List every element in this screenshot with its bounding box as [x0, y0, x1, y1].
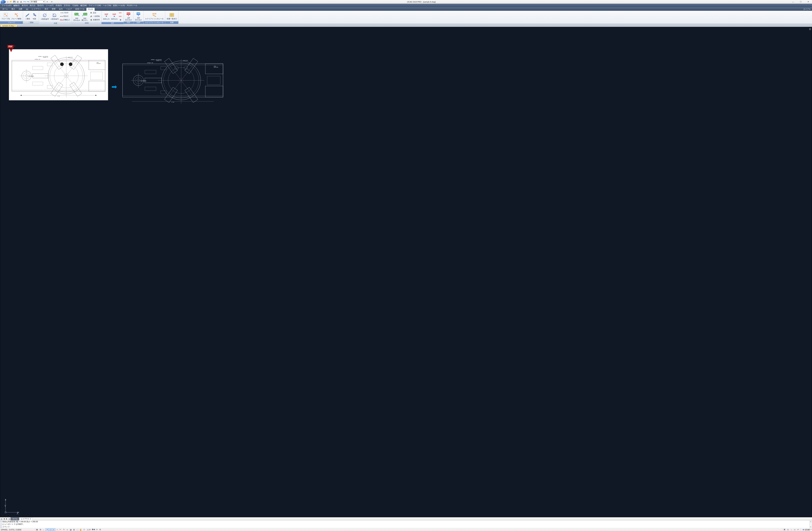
- print-icon[interactable]: 🖶: [19, 0, 23, 3]
- lineweight-toggle[interactable]: ≡: [66, 528, 69, 531]
- layout-tab-layout1[interactable]: レイアウト 1: [19, 517, 33, 520]
- circle2-button[interactable]: ２図形接円: [40, 12, 49, 20]
- tray-overflow-icon[interactable]: ▾: [796, 528, 800, 531]
- tab-layout[interactable]: レイアウト: [30, 7, 43, 11]
- undo-icon[interactable]: ↶▾: [23, 0, 26, 3]
- command-hscroll[interactable]: ◂▸: [2, 528, 812, 530]
- menu-modify[interactable]: 修正(M): [79, 4, 88, 7]
- sxf-set-button[interactable]: ⚙: [118, 18, 122, 21]
- cycle-toggle[interactable]: ↻: [62, 528, 66, 531]
- document-tab[interactable]: sample A.dwg ×: [1, 24, 17, 27]
- viewport-restore-button[interactable]: [809, 28, 811, 30]
- layout-last-button[interactable]: ⏭: [8, 518, 11, 520]
- menu-view[interactable]: 表示(V): [21, 4, 29, 7]
- dist-button[interactable]: Dist距離記入: [59, 18, 71, 21]
- ortho-toggle[interactable]: ∟: [42, 528, 45, 531]
- menu-ext[interactable]: 拡張ツール(X): [112, 4, 126, 7]
- app-icon[interactable]: [1, 0, 6, 3]
- qat-more-icon[interactable]: ≡: [50, 0, 53, 3]
- circle3-button[interactable]: ３図形接円: [50, 12, 59, 20]
- ribbon-type-menu[interactable]: タイプ ▾: [802, 8, 811, 11]
- close-button[interactable]: ✕: [804, 0, 812, 4]
- tab-3d[interactable]: 3D: [24, 8, 30, 11]
- layout-prev-button[interactable]: ◀: [3, 518, 5, 520]
- tab-help[interactable]: ヘルプ: [64, 7, 73, 11]
- menu-file[interactable]: ファイル(F): [1, 4, 12, 7]
- menu-draw[interactable]: 作成(D): [55, 4, 63, 7]
- jww-out-button[interactable]: Jww jww 書き出し: [81, 12, 89, 21]
- command-close-button[interactable]: ×: [0, 520, 2, 528]
- sxf-in-small-button[interactable]: SXF↓: [118, 11, 122, 14]
- config-icon[interactable]: ◩: [783, 528, 786, 531]
- pdf-in-button[interactable]: PDF pdf 読み込み: [125, 11, 132, 21]
- model-button[interactable]: ⬚: [76, 528, 79, 531]
- jww-batch-button[interactable]: ⇄一括変換: [89, 15, 100, 18]
- command-vscroll[interactable]: ▴▾: [809, 520, 812, 528]
- menu-window[interactable]: ウインドウ(W): [88, 4, 102, 7]
- otrack-toggle[interactable]: ∠: [52, 528, 56, 531]
- tab-view[interactable]: 表示: [43, 7, 50, 11]
- jww-layer-button[interactable]: ≣画層管理: [89, 18, 100, 21]
- menu-text[interactable]: 文字(X): [63, 4, 71, 7]
- tab-plus[interactable]: PLUS: [86, 8, 95, 11]
- tab-annot[interactable]: 注釈: [17, 7, 24, 11]
- layout-first-button[interactable]: ⏮: [0, 518, 3, 520]
- sxf-in-button[interactable]: SXF SXF入力: [103, 12, 110, 20]
- close-icon[interactable]: ×: [14, 25, 15, 27]
- sxf-out-button[interactable]: SXF SXF出力: [111, 12, 118, 20]
- tab-output[interactable]: 出力: [57, 7, 64, 11]
- snap-toggle[interactable]: ▦: [35, 528, 39, 531]
- minimize-button[interactable]: —: [789, 0, 797, 4]
- polar-toggle[interactable]: ✶: [45, 528, 49, 531]
- scale-button[interactable]: 1:1▾: [86, 528, 92, 531]
- isolate-icon[interactable]: ◎: [786, 528, 789, 531]
- arrow1-button[interactable]: ⟶片矢印: [59, 11, 71, 14]
- arrow2-button[interactable]: ⟷両矢印: [59, 15, 71, 18]
- annoscale-sync[interactable]: ⟳: [95, 528, 99, 531]
- command-history[interactable]: 有効な印刷領域: 幅 = 190.00 高さ = 290.00 ビューポート 2…: [2, 520, 809, 528]
- menu-dim[interactable]: 寸法(N): [71, 4, 79, 7]
- lwt-toggle[interactable]: ＋: [56, 528, 59, 531]
- menu-edit[interactable]: 編集(E): [12, 4, 21, 7]
- jww-in-button[interactable]: Jww jww 読み込み: [73, 12, 81, 21]
- dwf-in-button[interactable]: DWF dwf 読み込み: [135, 11, 142, 21]
- ws-toggle[interactable]: ⚙: [99, 528, 102, 531]
- menu-plus[interactable]: PLUSツール: [126, 4, 138, 7]
- qat-overflow-icon[interactable]: ▾: [46, 0, 49, 3]
- maximize-button[interactable]: ☐: [797, 0, 804, 4]
- script-gen-button[interactable]: SCR スクリプトジェネレータ: [145, 12, 164, 20]
- save-icon[interactable]: 💾: [13, 0, 16, 3]
- layout-next-button[interactable]: ▶: [5, 518, 8, 520]
- dyn-toggle[interactable]: ⊢: [59, 528, 62, 531]
- new-icon[interactable]: ▭: [6, 0, 9, 3]
- tab-insert[interactable]: 挿入: [10, 7, 17, 11]
- group-break-button[interactable]: グループ解除: [11, 12, 22, 20]
- drawing-area[interactable]: PDF ⮟: [0, 27, 812, 517]
- layout-tab-model[interactable]: モデル: [11, 517, 19, 520]
- qp-toggle[interactable]: ▥: [72, 528, 76, 531]
- clean-icon[interactable]: ▭: [793, 528, 796, 531]
- sxf-out-small-button[interactable]: SXF↑: [118, 15, 122, 18]
- menu-insert[interactable]: 挿入(I): [29, 4, 36, 7]
- menu-format[interactable]: 形式(O): [36, 4, 45, 7]
- tab-ext[interactable]: 拡張ツール: [74, 7, 86, 11]
- open-icon[interactable]: 📂: [10, 0, 12, 3]
- menu-tools[interactable]: ツール(T): [45, 4, 55, 7]
- osnap-toggle[interactable]: ◻: [49, 528, 52, 531]
- jww-set-button[interactable]: ⚙設定: [89, 11, 100, 14]
- annoscale-icon[interactable]: Ａ: [82, 528, 86, 531]
- annoscale-toggle[interactable]: 🔒: [79, 528, 82, 531]
- workspace-combo[interactable]: 2D 製図▾: [30, 0, 45, 3]
- redo-icon[interactable]: ↷▾: [26, 0, 29, 3]
- grid-toggle[interactable]: ⊞: [39, 528, 42, 531]
- tab-manage[interactable]: 管理: [50, 7, 57, 11]
- doubleline-button[interactable]: 二重線: [24, 12, 31, 20]
- menu-help[interactable]: ヘルプ(H): [102, 4, 112, 7]
- tab-home[interactable]: ホーム: [1, 7, 10, 11]
- group-make-button[interactable]: グループ化: [1, 12, 11, 20]
- enclose-button[interactable]: 包絡: [31, 12, 38, 20]
- saveas-icon[interactable]: 🖫: [16, 0, 19, 3]
- hardware-icon[interactable]: ♀: [789, 528, 793, 531]
- annoscale-add[interactable]: �✱: [92, 528, 95, 531]
- layer-list-button[interactable]: 画層一覧表示: [166, 12, 177, 20]
